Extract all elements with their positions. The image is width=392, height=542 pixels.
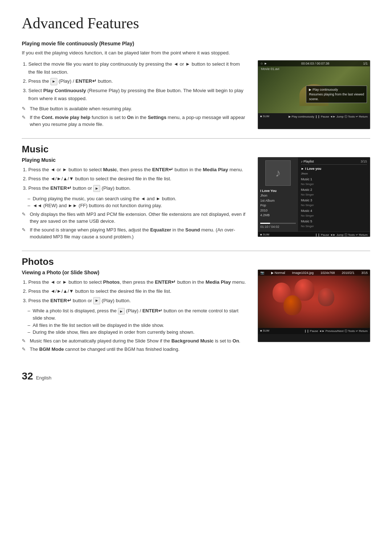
music-progress-bar: [260, 223, 296, 224]
video-text-col: Select the movie file you want to play c…: [22, 60, 248, 131]
photos-screen-col: 📷 ▶ Normal Image1024.jpg 1024x768 2010/2…: [258, 270, 370, 356]
photos-bottombar-right: ❙❙ Pause ◄► Previous/Next ⓣ Tools ↩ Retu…: [304, 329, 368, 333]
video-content-block: Select the movie file you want to play c…: [22, 60, 370, 131]
video-bottombar-right: ▶ Play continuously ❙❙ Pause ◄► Jump ⓣ T…: [289, 115, 368, 119]
photos-notes: Music files can be automatically played …: [22, 337, 248, 353]
video-popup-line3: scene.: [309, 97, 364, 102]
photos-topbar: 📷 ▶ Normal Image1024.jpg 1024x768 2010/2…: [258, 270, 370, 276]
music-sub-list: During playing the music, you can search…: [28, 195, 248, 209]
music-playlist: ► I Love you Jhon Music 1No Singer Music…: [301, 166, 367, 229]
photos-apple-3: [318, 288, 334, 306]
music-bottombar: ■ SUM ❙❙ Pause ◄► Jump ⓣ Tools ↩ Return: [258, 231, 370, 237]
music-playlist-item-5: Music 4No Singer: [301, 208, 367, 219]
music-right-panel: ♪ Playlist 3/15 ► I Love you Jhon Music …: [298, 157, 370, 231]
photos-note-2: The BGM Mode cannot be changed until the…: [22, 346, 248, 353]
photos-bottombar-left: ■ SUM: [260, 329, 269, 333]
music-time: 01:10 / 04:02: [260, 225, 296, 229]
video-steps: Select the movie file you want to play c…: [28, 60, 248, 102]
music-album-art: [265, 160, 291, 186]
page-title: Advanced Features: [22, 15, 370, 32]
photos-topbar-date: 2010/2/1: [342, 271, 354, 275]
music-note-1: Only displays the files with MP3 and PCM…: [22, 211, 248, 225]
video-notes: The Blue button is available when resumi…: [22, 105, 248, 128]
video-topbar: ☆ ► 00:04:03 / 00:07:38 1/1: [258, 61, 370, 66]
photos-sub-3: During the slide show, files are display…: [28, 329, 248, 336]
photos-topbar-count: 3/15: [361, 271, 368, 275]
music-info-year: 2010: [260, 208, 296, 213]
video-step-3: Select Play Continuously (Resume Play) b…: [28, 87, 248, 102]
music-divider: [22, 138, 370, 139]
photos-topbar-icon: 📷: [260, 271, 264, 275]
music-playlist-item-1: ► I Love you Jhon: [301, 166, 367, 177]
music-screen-mockup: I Love You Jhon 1st Album Pop 2010 4.2MB…: [258, 157, 370, 237]
video-topbar-icon: ☆ ►: [260, 62, 267, 65]
music-info-size: 4.2MB: [260, 213, 296, 218]
music-text-col: Playing Music Press the ◄ or ► button to…: [22, 157, 248, 243]
music-info-album: 1st Album: [260, 198, 296, 204]
video-bg: ☆ ► 00:04:03 / 00:07:38 1/1 Movie 01.avi…: [258, 61, 370, 113]
music-playlist-title: ♪ Playlist: [301, 160, 314, 163]
video-step-2: Press the ► (Play) / ENTER↵ button.: [28, 77, 248, 85]
music-bottombar-left: ■ SUM: [260, 233, 269, 237]
video-screen-mockup: ☆ ► 00:04:03 / 00:07:38 1/1 Movie 01.avi…: [258, 60, 370, 129]
music-step-3: Press the ENTER↵ button or ► (Play) butt…: [28, 184, 248, 192]
photos-bottombar: ■ SUM ❙❙ Pause ◄► Previous/Next ⓣ Tools …: [258, 328, 370, 334]
music-bottombar-right: ❙❙ Pause ◄► Jump ⓣ Tools ↩ Return: [315, 233, 368, 237]
music-section-title: Music: [22, 144, 370, 155]
photos-step-3: Press the ENTER↵ button or ► (Play) butt…: [28, 297, 248, 305]
photos-step-1: Press the ◄ or ► button to select Photos…: [28, 278, 248, 286]
photos-screen-mockup: 📷 ▶ Normal Image1024.jpg 1024x768 2010/2…: [258, 270, 370, 342]
music-notes: Only displays the files with MP3 and PCM…: [22, 211, 248, 241]
music-note-2: If the sound is strange when playing MP3…: [22, 226, 248, 241]
music-info-title: I Love You: [260, 189, 296, 194]
photos-step-2: Press the ◄/►/▲/▼ button to select the d…: [28, 287, 248, 295]
music-info: I Love You Jhon 1st Album Pop 2010 4.2MB: [260, 189, 296, 218]
music-sub-2: ◄◄ (REW) and ►► (FF) buttons do not func…: [28, 202, 248, 209]
music-playlist-item-6: Music 5No Singer: [301, 219, 367, 229]
music-steps: Press the ◄ or ► button to select Music,…: [28, 166, 248, 192]
page-number-block: 32 English: [22, 370, 370, 382]
music-playlist-item-2: Music 1No Singer: [301, 177, 367, 187]
video-subsection-title: Playing movie file continuously (Resume …: [22, 41, 370, 46]
photos-sub-list: While a photo list is displayed, press t…: [28, 307, 248, 336]
music-info-artist: Jhon: [260, 193, 296, 198]
music-screen-body: I Love You Jhon 1st Album Pop 2010 4.2MB…: [258, 157, 370, 231]
music-playlist-item-3: Music 2No Singer: [301, 187, 367, 198]
video-note-1: The Blue button is available when resumi…: [22, 105, 248, 112]
video-step-1: Select the movie file you want to play c…: [28, 60, 248, 76]
photos-section-title: Photos: [22, 256, 370, 267]
video-bottombar: ■ SUM ▶ Play continuously ❙❙ Pause ◄► Ju…: [258, 113, 370, 120]
photos-sub-1: While a photo list is displayed, press t…: [28, 307, 248, 321]
photos-steps: Press the ◄ or ► button to select Photos…: [28, 278, 248, 305]
music-step-2: Press the ◄/►/▲/▼ button to select the d…: [28, 175, 248, 183]
photos-topbar-file: Image1024.jpg: [292, 271, 314, 275]
video-popup-line2: Resumes playing from the last viewed: [309, 92, 364, 97]
video-intro: If you exit the playing videos function,…: [22, 49, 370, 57]
photos-bg: 📷 ▶ Normal Image1024.jpg 1024x768 2010/2…: [258, 270, 370, 328]
photos-topbar-mode: ▶ Normal: [271, 271, 285, 275]
music-screen-col: I Love You Jhon 1st Album Pop 2010 4.2MB…: [258, 157, 370, 243]
music-step-1: Press the ◄ or ► button to select Music,…: [28, 166, 248, 174]
video-note-2: If the Cont. movie play help function is…: [22, 114, 248, 128]
photos-apple-4: [283, 295, 302, 315]
video-filename: Movie 01.avi: [261, 67, 279, 71]
music-right-header: ♪ Playlist 3/15: [301, 160, 367, 165]
photos-note-1: Music files can be automatically played …: [22, 337, 248, 345]
photos-topbar-res: 1024x768: [320, 271, 335, 275]
music-sub-1: During playing the music, you can search…: [28, 195, 248, 202]
video-popup: ▶ Play continuously Resumes playing from…: [306, 86, 367, 103]
music-playlist-count: 3/15: [360, 160, 367, 163]
photos-sub-2: All files in the file list section will …: [28, 322, 248, 329]
video-topbar-count: 1/1: [363, 62, 368, 65]
video-bottombar-left: ■ SUM: [260, 115, 269, 119]
music-progress: 01:10 / 04:02: [260, 223, 296, 229]
music-playlist-item-4: Music 3No Singer: [301, 198, 367, 208]
music-content-block: Playing Music Press the ◄ or ► button to…: [22, 157, 370, 243]
music-left-panel: I Love You Jhon 1st Album Pop 2010 4.2MB…: [258, 157, 298, 231]
photos-divider: [22, 251, 370, 251]
music-progress-fill: [260, 223, 270, 224]
page-language: English: [36, 375, 52, 381]
music-info-genre: Pop: [260, 203, 296, 208]
photos-subsection-title: Viewing a Photo (or Slide Show): [22, 270, 248, 275]
page-number: 32: [22, 370, 33, 382]
